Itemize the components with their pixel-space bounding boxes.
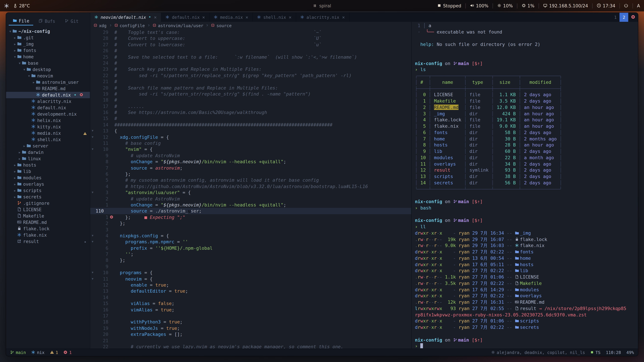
- tree-item[interactable]: ▾neovim: [6, 73, 90, 79]
- buffer-tab[interactable]: alacritty.nix: [296, 13, 349, 22]
- fold-open-icon[interactable]: ▾: [90, 134, 95, 140]
- clock-widget[interactable]: 17:34: [597, 3, 615, 8]
- explorer-tab-file[interactable]: File: [9, 17, 33, 25]
- statusline-errors[interactable]: 1: [64, 350, 72, 355]
- breadcrumb-item[interactable]: xdg: [94, 23, 106, 28]
- editor-line[interactable]: 26#: [90, 48, 411, 54]
- tree-item[interactable]: ▸scripts: [6, 187, 90, 194]
- tree-item[interactable]: Makefile: [6, 213, 90, 219]
- tree-item[interactable]: default.nix: [6, 92, 90, 98]
- explorer-root[interactable]: ▾~/nix-config: [8, 28, 90, 34]
- close-icon[interactable]: [245, 15, 248, 20]
- chevron-right-icon[interactable]: ▸: [32, 80, 36, 84]
- fold-open-icon[interactable]: ▾: [90, 233, 95, 239]
- editor-line[interactable]: 20# Search file name pattern and Replace…: [90, 85, 411, 91]
- buffer-tab[interactable]: neovim/default.nix: [90, 13, 162, 22]
- breadcrumb-item[interactable]: source: [211, 23, 232, 28]
- editor-line[interactable]: 110 source = ./astronvim_user;: [90, 208, 411, 214]
- editor-line[interactable]: 1 onChange = "${pkgs.neovim}/bin/nvim --…: [90, 202, 411, 208]
- editor-line[interactable]: ▾10 "nvim" = {: [90, 146, 411, 152]
- chevron-right-icon[interactable]: ▸: [13, 163, 17, 167]
- tree-item[interactable]: ▸_img: [6, 41, 90, 47]
- fold-open-icon[interactable]: ▾: [90, 128, 95, 134]
- tree-item[interactable]: README.md: [6, 219, 90, 226]
- explorer-tab-bufs[interactable]: Bufs: [35, 17, 59, 25]
- tree-item[interactable]: .gitignore: [6, 200, 90, 206]
- statusline-git-branch[interactable]: main: [10, 350, 26, 355]
- editor-line[interactable]: 19 withNodeJs = true;: [90, 325, 411, 331]
- editor-line[interactable]: ▾3 "astronvim/lua/user" = {: [90, 189, 411, 196]
- tree-item[interactable]: ▸darwin: [6, 149, 90, 156]
- fold-open-icon[interactable]: ▾: [90, 270, 95, 276]
- tree-item[interactable]: shell.nix: [6, 136, 90, 143]
- statusline-lsp[interactable]: alejandra, deadnix, copilot, nil_ls: [491, 350, 585, 355]
- editor-line[interactable]: 4 # https://github.com/AstroNvim/AstroNv…: [90, 183, 411, 190]
- chevron-down-icon[interactable]: ▾: [27, 74, 31, 78]
- editor-line[interactable]: 9 # update AstroNvim: [90, 152, 411, 159]
- editor-line[interactable]: 5 # my cusotom astronvim config, astronv…: [90, 177, 411, 183]
- editor-line[interactable]: 8 onChange = "${pkgs.neovim}/bin/nvim --…: [90, 159, 411, 165]
- editor-line[interactable]: 2 # update AstroNvim: [90, 196, 411, 202]
- chevron-down-icon[interactable]: ▾: [13, 55, 17, 59]
- editor-line[interactable]: 28# Convert to uppercase: `U`: [90, 35, 411, 41]
- editor-line[interactable]: 27# Convert to lowercase: `u`: [90, 41, 411, 48]
- editor-line[interactable]: 1 }; ■ Expecting ";": [90, 214, 411, 220]
- editor-line[interactable]: ▾13{: [90, 128, 411, 134]
- tree-item[interactable]: LICENSE: [6, 206, 90, 213]
- chevron-right-icon[interactable]: ▸: [13, 36, 17, 39]
- volume-widget[interactable]: 100%: [470, 3, 488, 8]
- tree-item[interactable]: ▾home: [6, 54, 90, 60]
- network-widget[interactable]: 192.168.5.100/24: [543, 3, 588, 8]
- tree-item[interactable]: ▸.git: [6, 34, 90, 41]
- editor-line[interactable]: ▾5 programs.npm.npmrc = '': [90, 239, 411, 245]
- chevron-right-icon[interactable]: ▸: [18, 157, 22, 161]
- tree-item[interactable]: alacritty.nix: [6, 98, 90, 105]
- tree-item[interactable]: ▸hosts: [6, 162, 90, 168]
- chevron-down-icon[interactable]: ▾: [18, 61, 22, 65]
- tree-item[interactable]: ▸fonts: [6, 47, 90, 54]
- editor-line[interactable]: 12 enable = true;: [90, 282, 411, 288]
- tree-item[interactable]: default.nix: [6, 105, 90, 111]
- editor-line[interactable]: 19# sed -ri "s/pattern_str/replace_str/g…: [90, 91, 411, 97]
- editor-line[interactable]: 18#: [90, 97, 411, 103]
- fold-open-icon[interactable]: ▾: [90, 276, 95, 282]
- editor-line[interactable]: ▾10 programs = {: [90, 270, 411, 276]
- editor-line[interactable]: 22 # currently we use lazy.nvim as neovi…: [90, 344, 411, 349]
- tabpage-2[interactable]: 2: [620, 13, 628, 22]
- editor-line[interactable]: 2 };: [90, 220, 411, 226]
- tabpage-1[interactable]: 1: [611, 13, 620, 22]
- editor-line[interactable]: 16 vimAlias = true;: [90, 307, 411, 313]
- editor-line[interactable]: 29# Toggle text's case: `~`: [90, 29, 411, 35]
- tree-item[interactable]: ▸astronvim_user: [6, 79, 90, 85]
- editor-line[interactable]: 9: [90, 264, 411, 270]
- tree-item[interactable]: result: [6, 238, 90, 245]
- chevron-down-icon[interactable]: ▾: [22, 68, 26, 71]
- fold-open-icon[interactable]: ▾: [90, 239, 95, 245]
- tree-item[interactable]: ▸lib: [6, 168, 90, 175]
- editor-line[interactable]: 17: [90, 313, 411, 319]
- chevron-right-icon[interactable]: ▸: [13, 49, 17, 52]
- chevron-down-icon[interactable]: ▾: [8, 29, 12, 33]
- editor-line[interactable]: 21: [90, 337, 411, 344]
- editor-line[interactable]: 6 };: [90, 171, 411, 177]
- chevron-right-icon[interactable]: ▸: [13, 182, 17, 186]
- statusline-warnings[interactable]: 1: [50, 350, 58, 355]
- tabline-close-button[interactable]: [628, 13, 638, 22]
- buffer-tab[interactable]: default.nix: [162, 13, 210, 22]
- breadcrumb-item[interactable]: astronvim/lua/user: [152, 23, 204, 28]
- chevron-right-icon[interactable]: ▸: [13, 176, 17, 180]
- editor-line[interactable]: 14: [90, 294, 411, 301]
- terminal-pane[interactable]: 1 │ a · ╰── executable was not found hel…: [412, 22, 638, 349]
- editor-line[interactable]: 22# sed -ri "s/pattern_str/replace_str/g…: [90, 72, 411, 78]
- editor-line[interactable]: 6 prefix = ''${HOME}/.npm-global: [90, 245, 411, 251]
- power-widget[interactable]: [624, 4, 628, 7]
- editor-line[interactable]: 21#: [90, 78, 411, 85]
- chevron-right-icon[interactable]: ▸: [13, 42, 17, 46]
- tree-item[interactable]: development.nix: [6, 111, 90, 117]
- editor-line[interactable]: 20 extraPackages = [];: [90, 331, 411, 337]
- fold-open-icon[interactable]: ▾: [90, 146, 95, 152]
- fold-open-icon[interactable]: ▾: [90, 189, 95, 196]
- editor-line[interactable]: 7 source = astronvim;: [90, 165, 411, 171]
- breadcrumb-item[interactable]: configFile: [114, 23, 145, 28]
- editor-line[interactable]: 17# ......: [90, 103, 411, 109]
